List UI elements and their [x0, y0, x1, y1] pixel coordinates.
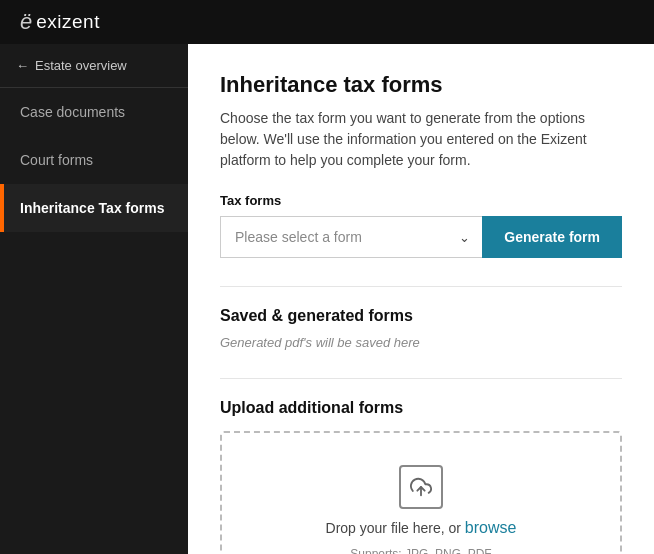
sidebar-item-label: Inheritance Tax forms: [20, 200, 164, 216]
divider-1: [220, 286, 622, 287]
logo-mark: ë: [20, 9, 33, 35]
page-description: Choose the tax form you want to generate…: [220, 108, 622, 171]
tax-form-row: Please select a form ⌄ Generate form: [220, 216, 622, 258]
upload-browse-link[interactable]: browse: [465, 519, 517, 536]
logo-text: exizent: [36, 11, 100, 33]
upload-text-before: Drop your file here, or: [326, 520, 465, 536]
sidebar-item-inheritance-tax-forms[interactable]: Inheritance Tax forms: [0, 184, 188, 232]
sidebar-item-case-documents[interactable]: Case documents: [0, 88, 188, 136]
sidebar-item-label: Case documents: [20, 104, 125, 120]
back-nav-label: Estate overview: [35, 58, 127, 73]
back-arrow-icon: ←: [16, 58, 29, 73]
upload-dropzone[interactable]: Drop your file here, or browse Supports:…: [220, 431, 622, 554]
main-content: Inheritance tax forms Choose the tax for…: [188, 44, 654, 554]
generate-form-button[interactable]: Generate form: [482, 216, 622, 258]
top-bar: ë exizent: [0, 0, 654, 44]
sidebar: ← Estate overview Case documents Court f…: [0, 44, 188, 554]
sidebar-item-label: Court forms: [20, 152, 93, 168]
tax-forms-label: Tax forms: [220, 193, 622, 208]
saved-section-title: Saved & generated forms: [220, 307, 622, 325]
upload-section-title: Upload additional forms: [220, 399, 622, 417]
upload-icon: [399, 465, 443, 509]
form-select-wrapper: Please select a form ⌄: [220, 216, 482, 258]
divider-2: [220, 378, 622, 379]
tax-form-select[interactable]: Please select a form: [220, 216, 482, 258]
page-title: Inheritance tax forms: [220, 72, 622, 98]
logo: ë exizent: [20, 9, 100, 35]
sidebar-item-court-forms[interactable]: Court forms: [0, 136, 188, 184]
saved-empty-text: Generated pdf's will be saved here: [220, 335, 622, 350]
upload-supports-text: Supports: JPG, PNG, PDF: [350, 547, 491, 554]
back-nav[interactable]: ← Estate overview: [0, 44, 188, 88]
upload-drop-text: Drop your file here, or browse: [326, 519, 517, 537]
